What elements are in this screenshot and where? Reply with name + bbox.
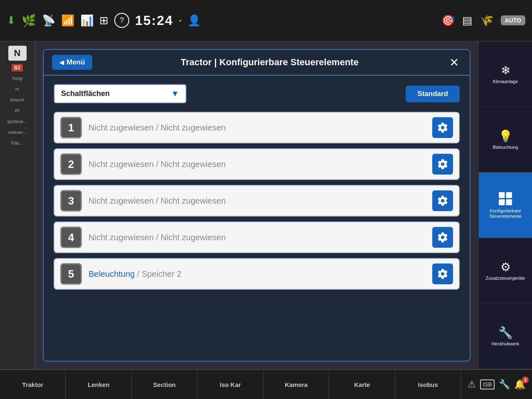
tab-karte[interactable]: Karte	[329, 370, 395, 399]
control-row-1: 1 Nicht zugewiesen / Nicht zugewiesen	[54, 112, 460, 143]
separator-5: /	[137, 269, 142, 278]
control-label-1: Nicht zugewiesen / Nicht zugewiesen	[89, 123, 426, 133]
time-display: 15:24	[135, 13, 173, 28]
wifi-icon: 📶	[61, 14, 74, 27]
standard-button[interactable]: Standard	[406, 86, 460, 102]
menu-button[interactable]: Menü	[52, 55, 92, 70]
modal-area: Menü Tractor | Konfigurierbare Steuerele…	[35, 42, 478, 369]
tab-iso-kar[interactable]: Iso Kar	[197, 370, 263, 399]
gear-icon-2	[437, 158, 448, 170]
rows-icon: ▤	[462, 14, 473, 27]
control-num-1: 1	[60, 117, 82, 138]
top-bar-right: 🎯 ▤ 🌾 AUTO	[441, 14, 525, 27]
bottom-tab-bar: Traktor Lenken Section Iso Kar Kamera Ka…	[0, 369, 532, 399]
wrench-icon[interactable]: 🔧	[499, 379, 510, 390]
control-label-4: Nicht zugewiesen / Nicht zugewiesen	[89, 233, 426, 242]
label-right-2: Nicht zugewiesen	[160, 160, 226, 169]
klimaanlage-label: Klimaanlage	[493, 79, 518, 84]
sidebar-label-flac: Fläc...	[10, 139, 25, 147]
sidebar-label-lh: l/h	[14, 106, 21, 115]
separator-3: /	[156, 196, 160, 205]
notification-badge[interactable]: 🔔 3	[514, 379, 525, 390]
gear-indicator: N	[8, 46, 27, 61]
schaltflachen-dropdown[interactable]: Schaltflächen ▼	[54, 84, 187, 103]
sidebar-label-nsteuer: nsteuer...	[7, 128, 27, 136]
sidebar-nav-klimaanlage[interactable]: ❄ Klimaanlage	[479, 42, 532, 107]
separator-4: /	[156, 233, 160, 242]
main-layout: N B2 hung m brauch l/h gssteue... nsteue…	[0, 42, 532, 369]
heckhubwerk-label: Heckhubwerk	[492, 341, 520, 347]
separator-2: /	[156, 160, 160, 169]
label-left-1: Nicht zugewiesen	[89, 123, 154, 132]
settings-button-2[interactable]	[432, 154, 453, 175]
control-num-3: 3	[60, 190, 82, 212]
label-left-3: Nicht zugewiesen	[89, 196, 154, 205]
signal-icon: 📊	[80, 14, 94, 27]
zusatz-label: Zusatzsteuergeräte	[486, 276, 525, 281]
sidebar-nav-konfigurierbare[interactable]: Konfigurierbare Steuerelemente	[479, 172, 532, 238]
tab-lenken[interactable]: Lenken	[66, 370, 131, 399]
isb-icon[interactable]: ISB	[480, 379, 495, 389]
settings-button-5[interactable]	[432, 264, 453, 284]
close-button[interactable]: ✕	[447, 56, 461, 69]
control-label-2: Nicht zugewiesen / Nicht zugewiesen	[89, 160, 426, 169]
zusatz-icon: ⚙	[500, 260, 511, 274]
sidebar-nav-heckhubwerk[interactable]: 🔧 Heckhubwerk	[479, 303, 532, 369]
auto-badge: AUTO	[501, 15, 525, 25]
user-icon: 👤	[187, 14, 201, 27]
sidebar-nav-beleuchtung[interactable]: 💡 Beleuchtung	[479, 107, 532, 173]
label-right-3: Nicht zugewiesen	[160, 196, 226, 205]
label-right-5: Speicher 2	[142, 269, 182, 278]
control-row-2: 2 Nicht zugewiesen / Nicht zugewiesen	[54, 148, 460, 180]
settings-button-3[interactable]	[432, 190, 453, 211]
sidebar-nav-zusatz[interactable]: ⚙ Zusatzsteuergeräte	[479, 238, 532, 304]
svg-rect-3	[506, 200, 512, 205]
dropdown-value: Schaltflächen	[61, 89, 110, 98]
gear-icon-3	[437, 195, 448, 207]
modal-title: Tractor | Konfigurierbare Steuerelemente	[99, 57, 440, 68]
dot-icon: ●	[179, 18, 182, 23]
speedometer-icon: 🎯	[441, 14, 455, 27]
help-icon[interactable]: ?	[114, 13, 129, 28]
svg-rect-2	[499, 200, 505, 205]
warning-icon[interactable]: ⚠	[468, 379, 476, 390]
separator-1: /	[156, 123, 160, 132]
sidebar-label-gssteue: gssteue...	[7, 117, 28, 126]
dropdown-arrow-icon: ▼	[171, 89, 179, 99]
label-left-4: Nicht zugewiesen	[89, 233, 154, 242]
gear-icon-4	[437, 232, 448, 243]
tab-section[interactable]: Section	[132, 370, 197, 399]
label-left-2: Nicht zugewiesen	[89, 160, 154, 169]
modal-window: Menü Tractor | Konfigurierbare Steuerele…	[43, 49, 470, 362]
left-sidebar: N B2 hung m brauch l/h gssteue... nsteue…	[0, 42, 35, 369]
gear-icon-5	[437, 268, 448, 280]
sidebar-label-m: m	[15, 85, 20, 93]
settings-button-4[interactable]	[432, 227, 453, 248]
label-right-1: Nicht zugewiesen	[160, 123, 226, 132]
dropdown-row: Schaltflächen ▼ Standard	[54, 84, 460, 103]
control-num-5: 5	[60, 263, 82, 285]
control-label-3: Nicht zugewiesen / Nicht zugewiesen	[89, 196, 426, 206]
control-label-5: Beleuchtung / Speicher 2	[89, 269, 426, 279]
crop-icon: 🌾	[480, 14, 493, 27]
gear-icon-1	[437, 122, 448, 133]
tab-isobus[interactable]: Isobus	[395, 370, 461, 399]
top-status-bar: ⬇ 🌿 📡 📶 📊 ⊞ ? 15:24 ● 👤 🎯 ▤ 🌾 AUTO	[0, 0, 532, 42]
tab-kamera[interactable]: Kamera	[264, 370, 329, 399]
notification-count: 3	[522, 377, 529, 383]
control-row-4: 4 Nicht zugewiesen / Nicht zugewiesen	[54, 222, 460, 253]
arrow-down-icon: ⬇	[7, 14, 16, 27]
tab-traktor[interactable]: Traktor	[0, 370, 66, 399]
modal-body: Schaltflächen ▼ Standard 1 Nicht zugewie…	[44, 76, 470, 361]
sidebar-label-brauch: brauch	[10, 96, 25, 104]
klimaanlage-icon: ❄	[501, 64, 510, 77]
sidebar-label-hung: hung	[11, 74, 23, 82]
beleuchtung-icon: 💡	[498, 129, 513, 143]
svg-rect-1	[506, 192, 512, 198]
satellite-icon: 📡	[42, 14, 55, 27]
settings-button-1[interactable]	[432, 117, 453, 138]
label-left-5: Beleuchtung	[89, 269, 135, 278]
control-row-5: 5 Beleuchtung / Speicher 2	[54, 258, 460, 290]
right-sidebar: ❄ Klimaanlage 💡 Beleuchtung Konfigurierb…	[478, 42, 532, 369]
konfigurierbare-label: Konfigurierbare Steuerelemente	[480, 208, 530, 219]
